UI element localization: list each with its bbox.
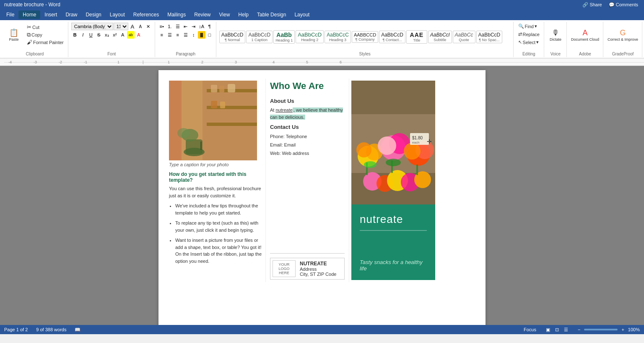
menu-review[interactable]: Review [190, 10, 215, 19]
brand-tagline[interactable]: Tasty snacks for a healthy life [360, 242, 427, 272]
subscript-button[interactable]: x₂ [103, 31, 111, 39]
select-button[interactable]: ↖ Select ▾ [517, 39, 541, 46]
city-line[interactable]: City, ST ZIP Code [300, 272, 336, 277]
tip-2[interactable]: To replace any tip text (such as this) w… [175, 220, 263, 233]
multilevel-list-button[interactable]: ☰ [174, 23, 182, 30]
grow-font-button[interactable]: A [129, 23, 136, 30]
correct-improve-button[interactable]: G Correct & Improve [606, 23, 639, 48]
web-info[interactable]: Web: Web address [270, 149, 345, 158]
menu-view[interactable]: View [215, 10, 234, 19]
share-button[interactable]: 🔗 Share [581, 1, 603, 8]
tips-list: We've included a few tips throughout the… [175, 202, 263, 264]
paste-button[interactable]: 📋 Paste [4, 23, 23, 48]
zoom-out-button[interactable]: − [576, 326, 582, 333]
font-size-select[interactable]: 11 [114, 23, 128, 30]
style-company[interactable]: AABBCCD ¶ Company [352, 31, 378, 43]
title-bar: nutreate brochure - Word 🔗 Share 💬 Comme… [0, 0, 644, 9]
menu-insert[interactable]: Insert [40, 10, 61, 19]
superscript-button[interactable]: x² [111, 31, 119, 39]
about-us-heading[interactable]: About Us [270, 98, 345, 104]
numbering-button[interactable]: 1. [166, 23, 174, 30]
tip-3[interactable]: Want to insert a picture from your files… [175, 237, 263, 264]
style-normal[interactable]: AaBbCcD ¶ Normal [219, 31, 246, 43]
comments-button[interactable]: 💬 Comments [607, 1, 640, 8]
photo-placeholder[interactable] [169, 81, 257, 160]
logo-placeholder[interactable]: YOUR LOGO HERE [273, 260, 296, 277]
text-effects-button[interactable]: A [119, 31, 127, 39]
template-question[interactable]: How do you get started with this templat… [169, 171, 263, 183]
style-title[interactable]: AAE Title [406, 30, 427, 44]
address-line[interactable]: Address [300, 267, 336, 272]
focus-button[interactable]: Focus [522, 326, 538, 333]
style-subtitle[interactable]: AaBbCcl Subtitle [428, 31, 452, 43]
menu-design[interactable]: Design [81, 10, 105, 19]
replace-button[interactable]: ⇄ Replace [517, 31, 541, 38]
read-view-button[interactable]: ☰ [562, 326, 570, 333]
sort-button[interactable]: ↕A [198, 23, 205, 30]
menu-help[interactable]: Help [234, 10, 253, 19]
tip-1[interactable]: We've included a few tips throughout the… [175, 202, 263, 216]
underline-button[interactable]: U [87, 31, 95, 39]
contact-us-heading[interactable]: Contact Us [270, 124, 345, 130]
menu-file[interactable]: File [2, 10, 18, 19]
document-cloud-button[interactable]: A Document Cloud [570, 23, 600, 48]
menu-references[interactable]: References [129, 10, 163, 19]
svg-rect-42 [351, 81, 435, 114]
zoom-in-button[interactable]: + [620, 326, 626, 333]
clear-format-button[interactable]: ✕ [145, 23, 152, 30]
brand-name[interactable]: nutreate [360, 213, 427, 226]
format-painter-button[interactable]: 🖌 Format Painter [25, 39, 65, 46]
strikethrough-button[interactable]: S [95, 31, 103, 39]
print-layout-button[interactable]: ▣ [544, 326, 552, 333]
style-heading3[interactable]: AaBbCcC Heading 3 [325, 31, 351, 43]
web-layout-button[interactable]: ⊡ [553, 326, 561, 333]
style-caption[interactable]: AaBbCcD 1 Caption [246, 31, 273, 43]
font-name-select[interactable]: Cambria (Body) [71, 23, 113, 30]
borders-button[interactable]: □ [206, 31, 213, 39]
shrink-font-button[interactable]: A [137, 23, 144, 30]
menu-layout2[interactable]: Layout [290, 10, 314, 19]
gradeproof-label: GradeProof [606, 51, 639, 56]
svg-text:$1.80: $1.80 [412, 136, 423, 140]
phone-info[interactable]: Phone: Telephone [270, 133, 345, 141]
about-us-text[interactable]: At nutreate, we believe that healthy can… [270, 107, 345, 120]
menu-mailings[interactable]: Mailings [163, 10, 190, 19]
find-button[interactable]: 🔍 Find ▾ [517, 23, 541, 30]
style-nospace[interactable]: AaBbCcD ¶ No Spac... [476, 31, 503, 43]
menu-draw[interactable]: Draw [61, 10, 81, 19]
photo-caption[interactable]: Type a caption for your photo [169, 162, 263, 167]
align-right-button[interactable]: ≡ [174, 31, 182, 39]
menu-table-design[interactable]: Table Design [253, 10, 290, 19]
zoom-slider[interactable] [584, 329, 618, 330]
font-color-button[interactable]: A [135, 31, 143, 39]
text-highlight-button[interactable]: ab [127, 31, 135, 39]
bullets-button[interactable]: ≡• [158, 23, 166, 30]
intro-text[interactable]: You can use this fresh, professional bro… [169, 185, 263, 199]
svg-point-16 [177, 128, 190, 138]
dictate-button[interactable]: 🎙 Dictate [547, 23, 564, 48]
who-we-are-heading[interactable]: Who We Are [270, 81, 345, 92]
email-info[interactable]: Email: Email [270, 141, 345, 149]
cut-button[interactable]: ✂ Cut [25, 24, 65, 31]
decrease-indent-button[interactable]: ⇤ [182, 23, 190, 30]
italic-button[interactable]: I [79, 31, 87, 39]
style-quote[interactable]: AaBbCc Quote [453, 31, 475, 43]
copy-button[interactable]: ⧉ Copy [25, 31, 65, 38]
line-spacing-button[interactable]: ↕ [190, 31, 197, 39]
menu-layout[interactable]: Layout [106, 10, 129, 19]
style-heading2[interactable]: AaBbCcD Heading 2 [296, 30, 324, 43]
kitchen-photo [169, 81, 257, 160]
style-heading1[interactable]: AaBb Heading 1 [273, 30, 295, 44]
increase-indent-button[interactable]: ⇥ [190, 23, 197, 30]
company-name[interactable]: NUTREATE [300, 261, 336, 267]
flower-photo[interactable]: $1.80 each [351, 81, 435, 204]
bold-button[interactable]: B [71, 31, 79, 39]
shading-button[interactable]: ▓ [198, 31, 205, 39]
brand-link[interactable]: nutreate [275, 107, 292, 113]
align-left-button[interactable]: ≡ [158, 31, 166, 39]
show-hide-button[interactable]: ¶ [206, 23, 213, 30]
align-center-button[interactable]: ☰ [166, 31, 174, 39]
style-contact[interactable]: AaBbCcD ¶ Contact... [379, 31, 405, 43]
justify-button[interactable]: ☰ [182, 31, 190, 39]
menu-home[interactable]: Home [18, 10, 40, 19]
